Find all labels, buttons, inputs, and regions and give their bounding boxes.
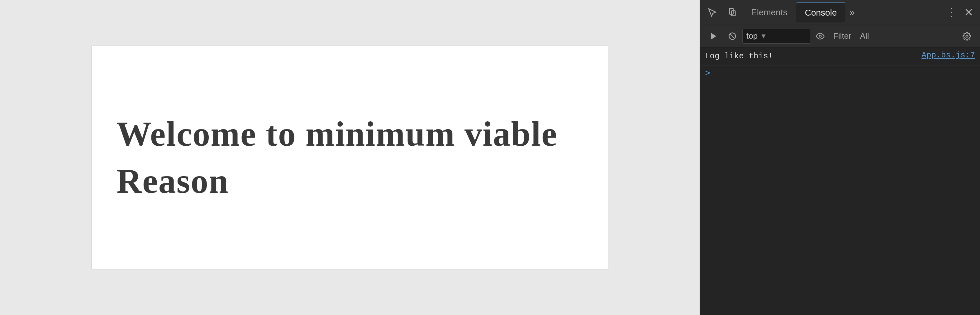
page-heading: Welcome to minimum viable Reason bbox=[116, 110, 583, 205]
context-selector[interactable]: top ▼ bbox=[742, 29, 811, 44]
more-tabs-button[interactable]: » bbox=[845, 3, 859, 22]
svg-point-5 bbox=[819, 35, 821, 37]
device-toolbar-icon[interactable] bbox=[722, 3, 742, 22]
console-play-icon[interactable] bbox=[705, 28, 722, 44]
context-selector-label: top bbox=[746, 31, 757, 41]
svg-point-6 bbox=[966, 35, 968, 37]
console-block-icon[interactable] bbox=[724, 28, 741, 44]
devtools-close-button[interactable]: ✕ bbox=[960, 4, 977, 21]
inspect-element-icon[interactable] bbox=[702, 3, 722, 22]
devtools-panel: Elements Console » ⋮ ✕ bbox=[700, 0, 980, 315]
console-output: Log like this! App.bs.js:7 > bbox=[700, 47, 980, 315]
console-input[interactable] bbox=[714, 69, 975, 78]
console-prompt-icon: > bbox=[705, 69, 710, 78]
browser-viewport: Welcome to minimum viable Reason bbox=[0, 0, 700, 315]
tab-console[interactable]: Console bbox=[796, 3, 846, 22]
svg-line-4 bbox=[730, 34, 735, 39]
devtools-tabbar: Elements Console » ⋮ ✕ bbox=[700, 0, 980, 25]
console-settings-icon[interactable] bbox=[959, 28, 975, 44]
svg-marker-2 bbox=[711, 33, 716, 39]
console-log-row: Log like this! App.bs.js:7 bbox=[700, 47, 980, 65]
console-log-source[interactable]: App.bs.js:7 bbox=[921, 51, 975, 60]
web-page-card: Welcome to minimum viable Reason bbox=[91, 45, 608, 270]
console-log-text: Log like this! bbox=[705, 51, 916, 62]
context-selector-arrow-icon: ▼ bbox=[760, 32, 767, 40]
devtools-menu-button[interactable]: ⋮ bbox=[943, 4, 960, 21]
console-toolbar: top ▼ Filter All bbox=[700, 25, 980, 47]
console-input-row: > bbox=[700, 65, 980, 82]
tab-elements[interactable]: Elements bbox=[742, 3, 796, 22]
console-filter-label[interactable]: Filter bbox=[830, 29, 855, 44]
console-all-button[interactable]: All bbox=[856, 29, 873, 44]
console-eye-icon[interactable] bbox=[812, 29, 828, 44]
